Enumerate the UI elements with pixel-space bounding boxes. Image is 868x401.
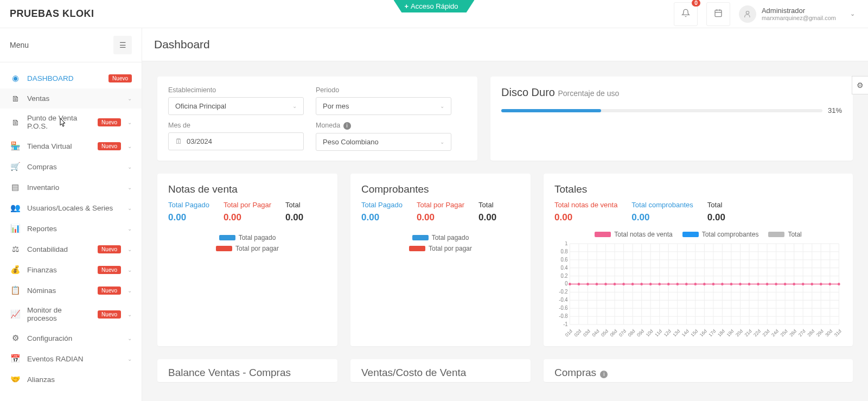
svg-point-89 [569,283,571,285]
sidebar-item-ventas[interactable]: 🗎 Ventas ⌄ [0,88,142,109]
calendar-button[interactable] [706,2,730,26]
svg-text:0.4: 0.4 [560,264,568,270]
badge-new: Nuevo [98,266,121,274]
sidebar-item-pos[interactable]: 🗎 Punto de Venta P.O.S. Nuevo ⌄ [0,109,142,136]
comprobantes-card: Comprobantes Total Pagado 0.00 Total por… [350,174,531,346]
sidebar-item-tienda[interactable]: 🏪 Tienda Virtual Nuevo ⌄ [0,136,142,156]
quick-access-ribbon[interactable]: +Acceso Rápido [393,0,474,12]
stat-value: 0.00 [631,212,693,223]
chevron-down-icon: ⌄ [440,139,444,145]
info-icon: i [600,371,608,378]
stat-value: 0.00 [224,212,271,223]
svg-text:12d: 12d [663,328,672,336]
menu-label: Menu [10,41,29,49]
user-menu[interactable]: Administrador marxmarquinez@gmail.com ⌄ [739,5,855,23]
select-value: Peso Colombiano [323,138,379,146]
sidebar-item-radian[interactable]: 📅 Eventos RADIAN ⌄ [0,348,142,369]
store-icon: 🏪 [10,141,21,151]
periodo-select[interactable]: Por mes ⌄ [316,97,451,115]
settings-floating-button[interactable]: ⚙ [852,76,868,94]
svg-point-103 [694,283,697,285]
stat-label: Total [478,201,496,210]
svg-point-105 [712,283,715,285]
svg-text:17d: 17d [707,328,717,336]
card-title: Totales [554,183,842,195]
sidebar-item-label: Tienda Virtual [27,142,91,150]
svg-point-104 [703,283,706,285]
svg-text:20d: 20d [735,328,744,336]
svg-rect-0 [715,10,722,17]
money-icon: 💰 [10,265,21,275]
sidebar-item-nominas[interactable]: 📋 Nóminas Nuevo ⌄ [0,280,142,301]
chevron-down-icon: ⌄ [127,184,132,190]
svg-point-111 [766,283,769,285]
svg-text:0: 0 [565,281,568,287]
card-title: Notas de venta [168,183,327,195]
svg-text:26d: 26d [788,328,797,336]
sidebar-item-alianzas[interactable]: 🤝 Alianzas [0,369,142,390]
chevron-down-icon: ⌄ [127,267,132,273]
svg-text:07d: 07d [618,328,627,336]
plus-icon: + [404,2,409,10]
bell-icon [681,9,690,19]
mes-input[interactable]: 🗓 03/2024 [168,132,304,150]
chevron-down-icon: ⌄ [127,356,132,362]
sidebar-item-label: Eventos RADIAN [27,355,121,363]
totales-chart: 10.80.60.40.20-0.2-0.4-0.6-0.8-101d02d03… [554,241,842,336]
calendar-icon: 🗓 [175,137,182,145]
svg-text:22d: 22d [752,328,762,336]
clipboard-icon: 📋 [10,285,21,295]
stat-value: 0.00 [168,212,209,223]
balance-card: Balance Ventas - Compras [157,359,337,382]
badge-new: Nuevo [108,74,132,82]
toggle-sidebar-button[interactable]: ☰ [113,36,132,54]
svg-text:-0.2: -0.2 [559,289,567,295]
sidebar-item-usuarios[interactable]: 👥 Usuarios/Locales & Series ⌄ [0,198,142,218]
calendar-icon [714,9,723,19]
chevron-down-icon: ⌄ [292,103,297,109]
chevron-down-icon: ⌄ [127,288,132,294]
notas-card: Notas de venta Total Pagado 0.00 Total p… [157,174,337,346]
svg-text:28d: 28d [806,328,815,336]
pos-icon: 🗎 [10,118,21,127]
svg-point-90 [578,283,580,285]
moneda-select[interactable]: Peso Colombiano ⌄ [316,133,451,151]
badge-new: Nuevo [98,245,121,253]
sidebar-item-contabilidad[interactable]: ⚖ Contabilidad Nuevo ⌄ [0,239,142,259]
svg-point-100 [667,283,670,285]
gear-icon: ⚙ [10,333,21,343]
svg-point-94 [614,283,616,285]
sidebar-item-reportes[interactable]: 📊 Reportes ⌄ [0,218,142,239]
stat-value: 0.00 [361,212,403,223]
users-icon: 👥 [10,203,21,213]
svg-point-114 [793,283,795,285]
legend-item: Total por pagar [409,245,472,252]
sidebar-item-config[interactable]: ⚙ Configuración ⌄ [0,328,142,348]
chevron-down-icon: ⌄ [440,103,444,109]
chevron-down-icon: ⌄ [127,311,132,317]
svg-point-102 [685,283,688,285]
events-icon: 📅 [10,354,21,364]
quick-access-label: Acceso Rápido [411,2,458,10]
handshake-icon: 🤝 [10,374,21,384]
page-title-bar: Dashboard [142,28,868,61]
sidebar-item-inventario[interactable]: ▤ Inventario ⌄ [0,177,142,198]
periodo-label: Periodo [316,86,451,94]
sidebar-item-compras[interactable]: 🛒 Compras ⌄ [0,156,142,177]
mes-label: Mes de [168,122,304,129]
sidebar-item-label: Alianzas [27,375,132,384]
dashboard-icon: ◉ [10,73,21,83]
svg-text:31d: 31d [833,328,842,336]
sidebar-item-label: Inventario [27,183,121,192]
svg-text:-0.6: -0.6 [559,305,567,311]
notifications-button[interactable]: 0 [674,2,698,26]
establecimiento-select[interactable]: Oficina Principal ⌄ [168,97,304,115]
sidebar-item-label: Compras [27,163,121,171]
sidebar-item-label: DASHBOARD [27,74,102,82]
sidebar-item-monitor[interactable]: 📈 Monitor de procesos Nuevo ⌄ [0,301,142,328]
sidebar-item-dashboard[interactable]: ◉ DASHBOARD Nuevo [0,68,142,88]
sidebar-item-finanzas[interactable]: 💰 Finanzas Nuevo ⌄ [0,259,142,280]
svg-text:25d: 25d [780,328,789,336]
svg-text:04d: 04d [591,328,600,336]
svg-point-115 [802,283,805,285]
